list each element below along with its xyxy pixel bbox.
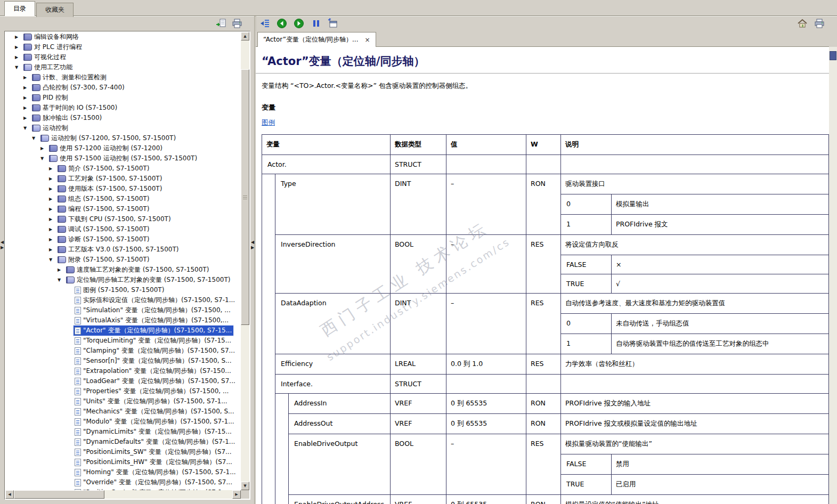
tree-item[interactable]: ▶使用 S7-1200 运动控制 (S7-1200) — [5, 143, 241, 153]
tree-item-content[interactable]: 工艺对象 (S7-1500, S7-1500T) — [56, 174, 164, 184]
expand-arrow-icon[interactable]: ▶ — [58, 267, 65, 272]
tree-item-content[interactable]: 速度轴工艺对象的变量 (S7-1500, S7-1500T) — [65, 265, 210, 275]
expand-arrow-icon[interactable]: ▶ — [49, 227, 56, 232]
expand-arrow-icon[interactable]: ▶ — [49, 237, 56, 242]
tree-item[interactable]: ▼附录 (S7-1500, S7-1500T) — [5, 255, 241, 265]
home-icon[interactable] — [797, 18, 808, 29]
tree-item-content[interactable]: "Override" 变量（定位轴/同步轴）(S7-1500, S7... — [74, 477, 234, 487]
content-tab[interactable]: “Actor”变量（定位轴/同步轴）... × — [257, 32, 376, 47]
expand-arrow-icon[interactable]: ▶ — [23, 105, 31, 110]
tree-item-content[interactable]: 基于时间的 IO (S7-1500) — [31, 103, 119, 113]
tree-item[interactable]: ▶编程 (S7-1500, S7-1500T) — [5, 204, 241, 214]
tree-item-content[interactable]: "Extrapolation" 变量（定位轴/同步轴）(S7-150... — [74, 366, 233, 376]
expand-arrow-icon[interactable]: ▶ — [15, 55, 22, 60]
tree-item-content[interactable]: 使用 S7-1200 运动控制 (S7-1200) — [48, 143, 164, 153]
tree-item[interactable]: ▼运动控制 (S7-1200, S7-1500, S7-1500T) — [5, 133, 241, 143]
expand-arrow-icon[interactable]: ▶ — [40, 146, 48, 151]
tree-item-content[interactable]: "Simulation" 变量（定位轴/同步轴）(S7-1500, ... — [74, 305, 232, 315]
tree-item[interactable]: "Clamping" 变量（定位轴/同步轴）(S7-1500, S7... — [5, 346, 241, 356]
tree-item[interactable]: "DynamicDefaults" 变量（定位轴/同步轴）(S7-1... — [5, 437, 241, 447]
tree-item[interactable]: ▶工艺版本 V3.0 (S7-1500, S7-1500T) — [5, 245, 241, 255]
expand-arrow-icon[interactable]: ▶ — [49, 197, 56, 201]
back-icon[interactable] — [276, 18, 288, 29]
scrollbar-thumb[interactable] — [830, 51, 836, 60]
window-icon[interactable] — [327, 18, 339, 29]
tree-item[interactable]: ▶基于时间的 IO (S7-1500) — [5, 103, 241, 113]
tree-item[interactable]: ▼运动控制 — [5, 123, 241, 133]
tree-item[interactable]: "Sensor[n]" 变量（定位轴/同步轴）(S7-1500, S... — [5, 356, 241, 366]
locate-in-contents-icon[interactable] — [215, 18, 227, 29]
tree-item[interactable]: ▶可视化过程 — [5, 52, 241, 62]
tree-item-content[interactable]: 图例 (S7-1500, S7-1500T) — [74, 285, 166, 295]
tree-item-content[interactable]: 诊断 (S7-1500, S7-1500T) — [56, 234, 151, 245]
tree-item[interactable]: "PositionLimits_HW" 变量（定位轴/同步轴）(S7... — [5, 457, 241, 467]
tree-item[interactable]: "Mechanics" 变量（定位轴/同步轴）(S7-1500, S... — [5, 407, 241, 417]
forward-icon[interactable] — [293, 18, 305, 29]
tree-item-content[interactable]: 使用 S7-1500 运动控制 (S7-1500, S7-1500T) — [48, 153, 199, 164]
tree-item-content[interactable]: "Properties" 变量（定位轴/同步轴）(S7-1500, ... — [74, 386, 230, 396]
legend-link[interactable]: 图例 — [262, 118, 275, 126]
expand-arrow-icon[interactable]: ▶ — [49, 166, 56, 171]
tree-item-content[interactable]: 组态 (S7-1500, S7-1500T) — [56, 194, 151, 204]
tree-item[interactable]: ▶简介 (S7-1500, S7-1500T) — [5, 164, 241, 174]
tree-item[interactable]: "PositionLimits_SW" 变量（定位轴/同步轴）(S7... — [5, 447, 241, 457]
tree-item-content[interactable]: 编程 (S7-1500, S7-1500T) — [56, 204, 151, 214]
tree-item[interactable]: ▼使用 S7-1500 运动控制 (S7-1500, S7-1500T) — [5, 153, 241, 164]
tree-item-content[interactable]: 使用版本 (S7-1500, S7-1500T) — [56, 184, 164, 194]
collapse-arrow-icon[interactable]: ▼ — [58, 278, 65, 282]
tree-item[interactable]: "Extrapolation" 变量（定位轴/同步轴）(S7-150... — [5, 366, 241, 376]
tab-favorites[interactable]: 收藏夹 — [36, 3, 74, 17]
tree-item-content[interactable]: 编辑设备和网络 — [22, 32, 80, 42]
expand-arrow-icon[interactable]: ▶ — [49, 176, 56, 181]
tree-item-content[interactable]: 运动控制 (S7-1200, S7-1500, S7-1500T) — [39, 133, 177, 143]
tree-item-content[interactable]: "Homing" 变量（定位轴/同步轴）(S7-1500, S7-1... — [74, 467, 238, 477]
tree-item-content[interactable]: "Modulo" 变量（定位轴/同步轴）(S7-1500, S7-1... — [74, 417, 236, 427]
expand-arrow-icon[interactable]: ▶ — [15, 45, 22, 50]
scroll-up-icon[interactable]: ▲ — [241, 32, 249, 40]
tree-item[interactable]: "Homing" 变量（定位轴/同步轴）(S7-1500, S7-1... — [5, 467, 241, 477]
scroll-right-icon[interactable]: ▶ — [232, 490, 241, 499]
scroll-down-icon[interactable]: ▼ — [241, 482, 249, 490]
tree-item-content[interactable]: "Sensor[n]" 变量（定位轴/同步轴）(S7-1500, S... — [74, 356, 233, 366]
expand-arrow-icon[interactable]: ▶ — [49, 217, 56, 222]
tree-item[interactable]: "Override" 变量（定位轴/同步轴）(S7-1500, S7... — [5, 477, 241, 487]
tree-item[interactable]: ▶脉冲输出 (S7-1500) — [5, 113, 241, 123]
tree-item-content[interactable]: 使用工艺功能 — [22, 62, 74, 72]
tree-item[interactable]: "Units" 变量（定位轴/同步轴）(S7-1500, S7-1... — [5, 396, 241, 407]
tree-item[interactable]: "Modulo" 变量（定位轴/同步轴）(S7-1500, S7-1... — [5, 417, 241, 427]
pause-icon[interactable] — [310, 18, 322, 29]
tree-vertical-scrollbar[interactable]: ▲ ▼ — [241, 32, 249, 490]
expand-arrow-icon[interactable]: ▶ — [23, 95, 31, 100]
print-icon[interactable] — [814, 18, 825, 29]
tree-item-content[interactable]: "Actor" 变量（定位轴/同步轴）(S7-1500, S7-15... — [74, 326, 233, 336]
tree-item-content[interactable]: "Clamping" 变量（定位轴/同步轴）(S7-1500, S7... — [74, 346, 237, 356]
collapse-arrow-icon[interactable]: ▼ — [32, 136, 39, 141]
tree-item[interactable]: "Simulation" 变量（定位轴/同步轴）(S7-1500, ... — [5, 305, 241, 315]
tree-item[interactable]: ▶凸轮控制 (S7-300, S7-400) — [5, 83, 241, 93]
expand-arrow-icon[interactable]: ▶ — [49, 186, 56, 191]
tree-item-content[interactable]: 对 PLC 进行编程 — [22, 42, 84, 52]
tree-item-content[interactable]: "PositionLimits_HW" 变量（定位轴/同步轴）(S7... — [74, 457, 234, 467]
tree-item[interactable]: ▶下载到 CPU (S7-1500, S7-1500T) — [5, 214, 241, 224]
tree-item[interactable]: 图例 (S7-1500, S7-1500T) — [5, 285, 241, 295]
tree-item[interactable]: ▶组态 (S7-1500, S7-1500T) — [5, 194, 241, 204]
tab-contents[interactable]: 目录 — [4, 1, 35, 16]
tree-item-content[interactable]: 下载到 CPU (S7-1500, S7-1500T) — [56, 214, 173, 224]
expand-arrow-icon[interactable]: ▶ — [23, 85, 31, 90]
expand-arrow-icon[interactable]: ▶ — [23, 116, 31, 120]
tree-item-content[interactable]: 运动控制 — [31, 123, 70, 133]
tree-item[interactable]: "Properties" 变量（定位轴/同步轴）(S7-1500, ... — [5, 386, 241, 396]
tree-item-content[interactable]: 附录 (S7-1500, S7-1500T) — [56, 255, 151, 265]
tree-item[interactable]: ▶使用版本 (S7-1500, S7-1500T) — [5, 184, 241, 194]
tree-item-content[interactable]: 脉冲输出 (S7-1500) — [31, 113, 103, 123]
collapse-arrow-icon[interactable]: ▼ — [40, 156, 48, 161]
tree-item[interactable]: "TorqueLimiting" 变量（定位轴/同步轴）(S7-15... — [5, 336, 241, 346]
tree-item[interactable]: ▶诊断 (S7-1500, S7-1500T) — [5, 234, 241, 245]
expand-arrow-icon[interactable]: ▶ — [49, 247, 56, 252]
panel-collapse-left-icon[interactable]: ◀▶ — [0, 240, 4, 250]
expand-arrow-icon[interactable]: ▶ — [15, 35, 22, 39]
tree-item-content[interactable]: "LoadGear" 变量（定位轴/同步轴）(S7-1500, S7... — [74, 376, 237, 386]
tree-item[interactable]: ▶工艺对象 (S7-1500, S7-1500T) — [5, 174, 241, 184]
tree-item[interactable]: ▶计数、测量和位置检测 — [5, 72, 241, 83]
tree-item-content[interactable]: "DynamicDefaults" 变量（定位轴/同步轴）(S7-1... — [74, 437, 237, 447]
